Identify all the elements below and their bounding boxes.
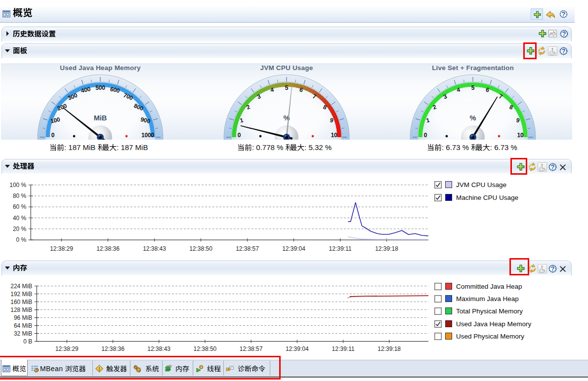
svg-text:: 187 MiB: : 187 MiB: [117, 143, 148, 152]
svg-text:100 %: 100 %: [9, 182, 26, 189]
svg-text:0 B: 0 B: [23, 338, 32, 345]
svg-text:0: 0: [424, 132, 427, 139]
svg-text:: 5.32 %: : 5.32 %: [304, 143, 332, 152]
svg-text:: 6.73 %: : 6.73 %: [442, 143, 471, 152]
svg-text:12:38:29: 12:38:29: [55, 345, 79, 352]
svg-text:60 %: 60 %: [13, 203, 27, 210]
svg-text:224 MiB: 224 MiB: [10, 283, 32, 290]
svg-text:12:38:57: 12:38:57: [240, 345, 263, 352]
svg-text:?: ?: [551, 265, 555, 272]
svg-text:12:38:43: 12:38:43: [143, 245, 166, 252]
svg-text:0 %: 0 %: [16, 236, 27, 243]
svg-text:5: 5: [285, 84, 289, 91]
svg-text:0: 0: [238, 132, 241, 139]
svg-text:32 MiB: 32 MiB: [14, 330, 32, 337]
svg-text:?: ?: [562, 10, 566, 18]
svg-text:12:39:04: 12:39:04: [282, 245, 305, 252]
svg-text:: 0.778 %: : 0.778 %: [252, 143, 286, 152]
svg-text:5: 5: [471, 84, 475, 91]
svg-text:?: ?: [562, 30, 566, 38]
svg-text:%: %: [470, 114, 476, 122]
svg-text:128 MiB: 128 MiB: [10, 306, 32, 313]
svg-text:12:38:36: 12:38:36: [101, 345, 125, 352]
svg-text:0: 0: [51, 132, 55, 139]
svg-text:: 187 MiB: : 187 MiB: [64, 143, 98, 152]
svg-text:10: 10: [517, 132, 524, 139]
svg-text:40 %: 40 %: [13, 215, 27, 222]
svg-text:12:39:11: 12:39:11: [332, 345, 355, 352]
svg-text:MiB: MiB: [94, 114, 107, 122]
svg-text:12:38:57: 12:38:57: [236, 245, 259, 252]
svg-text:12:38:36: 12:38:36: [96, 245, 120, 252]
svg-text:160 MiB: 160 MiB: [10, 299, 32, 305]
svg-text:80 %: 80 %: [13, 192, 27, 199]
svg-text:12:38:29: 12:38:29: [50, 245, 73, 252]
svg-text:12:39:18: 12:39:18: [378, 345, 401, 352]
svg-text:12:38:50: 12:38:50: [194, 345, 217, 352]
svg-text:?: ?: [562, 47, 566, 55]
svg-text:12:39:18: 12:39:18: [375, 245, 398, 252]
svg-text:1000: 1000: [141, 132, 154, 139]
svg-text:12:38:50: 12:38:50: [189, 245, 212, 252]
svg-text:10: 10: [331, 132, 337, 139]
svg-text:12:39:04: 12:39:04: [286, 345, 309, 352]
svg-text:500: 500: [95, 84, 105, 91]
svg-text:: 6.73 %: : 6.73 %: [490, 143, 517, 152]
svg-text:96 MiB: 96 MiB: [14, 314, 32, 321]
svg-text:192 MiB: 192 MiB: [10, 291, 32, 298]
svg-text:64 MiB: 64 MiB: [14, 322, 32, 329]
svg-text:?: ?: [551, 163, 555, 171]
svg-text:12:39:11: 12:39:11: [329, 245, 352, 252]
svg-text:12:38:43: 12:38:43: [147, 345, 170, 352]
svg-text:20 %: 20 %: [13, 226, 27, 232]
